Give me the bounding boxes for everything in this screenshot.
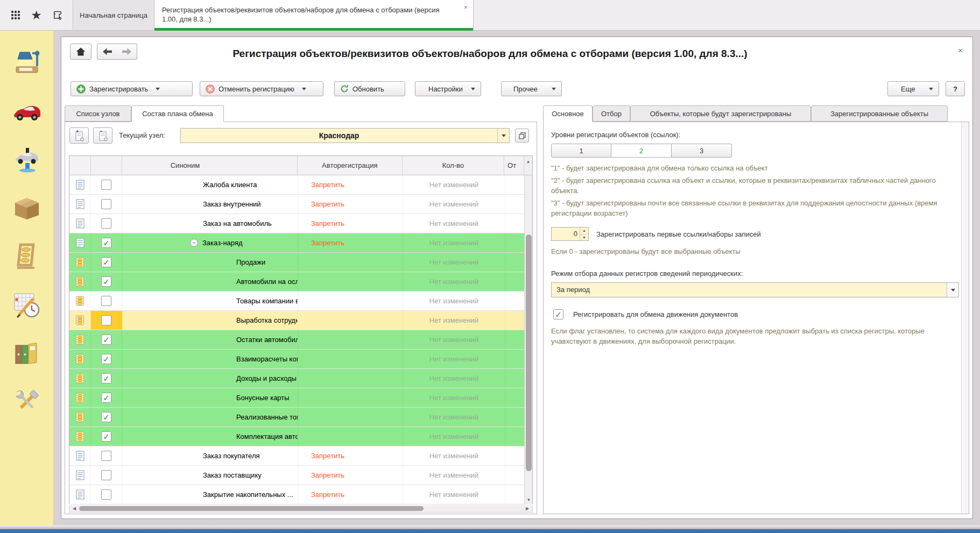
forward-button[interactable] [117, 44, 137, 60]
table-row[interactable]: Заказ покупателяЗапретитьНет изменений [69, 446, 532, 466]
movements-checkbox[interactable] [553, 309, 563, 319]
chevron-down-icon [929, 88, 933, 90]
sidebar-item-cars[interactable] [11, 95, 43, 127]
sidebar-item-administration[interactable] [11, 386, 43, 418]
tab-exchange-plan[interactable]: Состав плана обмена [131, 105, 224, 122]
table-row[interactable]: Жалоба клиентаЗапретитьНет изменений [69, 175, 532, 195]
row-checkbox[interactable] [101, 354, 111, 364]
spinner-down-icon[interactable]: ▼ [580, 234, 588, 241]
tab-filter[interactable]: Отбор [593, 105, 630, 122]
horizontal-scrollbar[interactable]: ◀ ▶ [69, 505, 533, 513]
first-refs-input[interactable]: 0 ▲ ▼ [551, 227, 589, 241]
open-node-button[interactable] [515, 129, 529, 143]
row-synonym: Заказ внутренний [122, 195, 298, 214]
register-icon [69, 369, 91, 388]
row-checkbox[interactable] [101, 276, 111, 287]
row-checkbox[interactable] [101, 412, 111, 422]
tab-registration[interactable]: Регистрация объектов/реквизитов объектов… [154, 0, 474, 30]
scroll-down-icon[interactable]: ▼ [525, 496, 533, 504]
register-button[interactable]: Зарегистрировать [70, 81, 193, 96]
form-close-icon[interactable]: × [958, 46, 963, 55]
row-check-cell [91, 272, 122, 291]
back-button[interactable] [97, 44, 117, 60]
row-checkbox[interactable] [101, 296, 111, 306]
scroll-right-icon[interactable]: ▶ [524, 505, 531, 512]
history-icon[interactable] [50, 8, 64, 22]
header-autoregistration[interactable]: Авторегистрация [298, 156, 402, 175]
row-checkbox[interactable] [101, 470, 111, 480]
period-mode-dropdown-button[interactable] [947, 283, 958, 297]
collapse-icon[interactable]: − [190, 239, 198, 247]
set-all-flags-button[interactable] [69, 127, 89, 144]
misc-button[interactable]: Прочее [501, 81, 562, 96]
table-row[interactable]: Заказ внутреннийЗапретитьНет изменений [69, 195, 532, 214]
home-button[interactable] [70, 44, 91, 60]
tab-close-icon[interactable]: × [463, 3, 468, 11]
clear-flags-icon [98, 130, 108, 141]
row-checkbox[interactable] [101, 431, 111, 442]
row-checkbox[interactable] [101, 393, 111, 403]
more-button[interactable]: Еще [887, 81, 939, 96]
sidebar-item-warehouse[interactable] [11, 192, 43, 224]
tab-main[interactable]: Основное [543, 105, 593, 122]
row-checkbox[interactable] [101, 315, 111, 325]
row-checkbox[interactable] [101, 238, 111, 248]
scroll-left-icon[interactable]: ◀ [70, 505, 78, 512]
tab-objects-to-register[interactable]: Объекты, которые будут зарегистрированы [630, 105, 811, 122]
current-node-field[interactable]: Краснодар [180, 128, 510, 143]
row-checkbox[interactable] [101, 373, 111, 383]
star-icon[interactable]: ★ [29, 8, 43, 22]
row-checkbox[interactable] [101, 180, 111, 190]
table-row[interactable]: ПродажиНет изменений [69, 253, 532, 272]
tab-node-list[interactable]: Список узлов [65, 105, 131, 122]
table-header[interactable]: Синоним Авторегистрация Кол-во От ▲ [69, 156, 532, 175]
level-1-button[interactable]: 1 [551, 144, 611, 158]
table-row[interactable]: Товары компании в пр...Нет изменений [69, 292, 532, 311]
vertical-scroll-thumb[interactable] [526, 234, 532, 471]
sidebar-item-planning[interactable] [11, 289, 43, 321]
apps-grid-icon[interactable] [9, 8, 23, 22]
spinner-up-icon[interactable]: ▲ [580, 228, 588, 234]
settings-button[interactable]: Настройки [415, 81, 481, 96]
header-synonym[interactable]: Синоним [122, 156, 298, 175]
help-button[interactable]: ? [946, 81, 965, 96]
row-checkbox[interactable] [101, 489, 111, 500]
refresh-button[interactable]: Обновить [334, 81, 405, 96]
clear-all-flags-button[interactable] [93, 127, 112, 144]
table-row[interactable]: Выработка сотрудниковНет изменений [69, 311, 532, 330]
more-button-label: Еще [901, 85, 915, 93]
row-checkbox[interactable] [101, 335, 111, 345]
header-count[interactable]: Кол-во [403, 156, 505, 175]
level-3-button[interactable]: 3 [672, 144, 732, 158]
table-row[interactable]: Доходы и расходыНет изменений [69, 369, 532, 388]
table-row[interactable]: −Заказ-нарядЗапретитьНет изменений [69, 233, 532, 253]
level-2-button[interactable]: 2 [611, 144, 672, 158]
horizontal-scroll-thumb[interactable] [79, 506, 424, 511]
row-checkbox[interactable] [101, 257, 111, 267]
tab-registered-objects[interactable]: Зарегистрированные объекты [811, 105, 948, 122]
table-row[interactable]: Заказ на автомобильЗапретитьНет изменени… [69, 214, 532, 233]
vertical-scrollbar[interactable]: ▼ [524, 175, 532, 504]
table-row[interactable]: Остатки автомобилейНет изменений [69, 330, 532, 350]
table-row[interactable]: Автомобили на ослужи...Нет изменений [69, 272, 532, 292]
tab-home[interactable]: Начальная страница [73, 0, 154, 30]
header-filter[interactable]: От [504, 156, 524, 175]
sidebar-item-accounting[interactable] [11, 240, 43, 273]
table-row[interactable]: Бонусные картыНет изменений [69, 388, 532, 408]
scroll-up-icon[interactable]: ▲ [524, 158, 532, 166]
table-row[interactable]: Реализованные товарыНет изменений [69, 408, 532, 427]
row-checkbox[interactable] [101, 218, 111, 229]
table-row[interactable]: Заказ поставщикуЗапретитьНет изменений [69, 466, 532, 485]
sidebar-item-service[interactable] [11, 144, 43, 176]
sidebar-item-references[interactable] [11, 337, 43, 369]
table-row[interactable]: Закрытие накопительных ...ЗапретитьНет и… [69, 485, 532, 504]
sidebar-item-workplace[interactable] [11, 47, 43, 79]
right-pane-scroll-track[interactable] [961, 122, 969, 514]
current-node-dropdown-button[interactable] [497, 129, 509, 143]
row-checkbox[interactable] [101, 199, 111, 209]
table-row[interactable]: Комплектация автомоб...Нет изменений [69, 427, 532, 446]
cancel-registration-button[interactable]: Отменить регистрацию [200, 81, 323, 96]
period-mode-select[interactable]: За период [551, 282, 959, 297]
table-row[interactable]: Взаиморасчеты компанииНет изменений [69, 350, 532, 369]
row-checkbox[interactable] [101, 451, 111, 461]
